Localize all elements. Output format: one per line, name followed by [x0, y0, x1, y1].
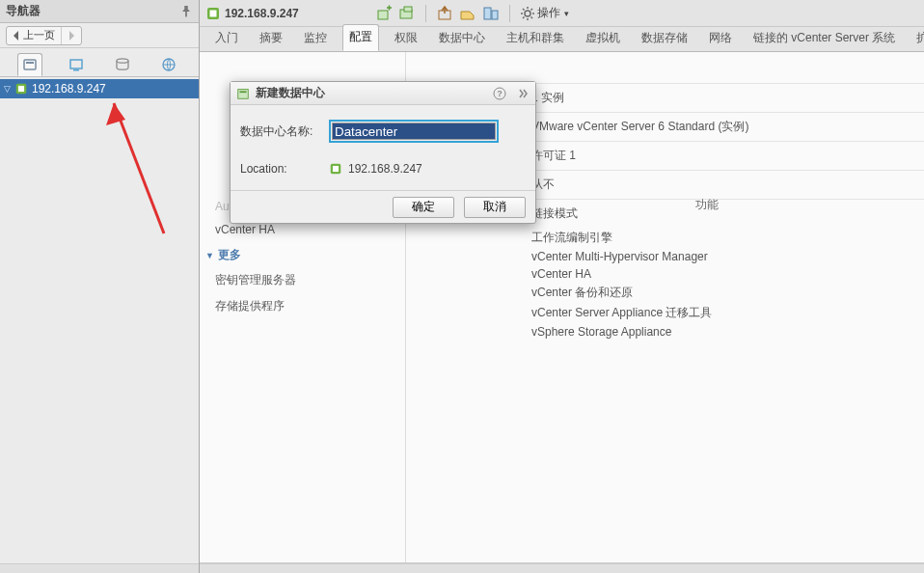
dialog-titlebar[interactable]: 新建数据中心 ? [231, 82, 535, 105]
view-tab-network[interactable] [156, 53, 181, 76]
info-row: vCenter Server Appliance 迁移工具 [528, 303, 924, 323]
toolbar-deploy-icon[interactable] [459, 5, 476, 22]
svg-text:?: ? [497, 89, 503, 98]
info-row: vCenter HA [528, 265, 924, 283]
tab-6[interactable]: 主机和群集 [501, 26, 570, 51]
new-datacenter-dialog: 新建数据中心 ? 数据中心名称: Location: 192.168.9.247… [230, 81, 536, 224]
object-address: 192.168.9.247 [225, 7, 299, 20]
dialog-title: 新建数据中心 [256, 85, 325, 101]
view-tab-storage[interactable] [110, 53, 135, 76]
pin-icon[interactable] [179, 5, 193, 18]
svg-rect-0 [24, 60, 36, 69]
navigator-footer [0, 563, 199, 573]
tab-10[interactable]: 链接的 vCenter Server 系统 [747, 26, 901, 51]
sidemenu-item-storage-providers[interactable]: 存储提供程序 [205, 293, 399, 319]
main-footer [200, 563, 924, 573]
forward-button[interactable] [62, 27, 81, 44]
info-row: 链接模式 [528, 199, 924, 228]
back-button[interactable]: 上一页 [7, 27, 62, 44]
svg-rect-2 [70, 60, 82, 68]
info-row: 工作流编制引擎 [528, 228, 924, 248]
info-row: vSphere Storage Appliance [528, 323, 924, 341]
help-icon[interactable]: ? [493, 87, 506, 100]
sidemenu-item-keys[interactable]: 密钥管理服务器 [205, 267, 399, 293]
tab-9[interactable]: 网络 [703, 26, 738, 51]
tab-11[interactable]: 扩展 [910, 26, 924, 51]
back-button-label: 上一页 [23, 28, 55, 42]
datacenter-icon [236, 87, 250, 100]
navigator-panel: 导航器 上一页 [0, 0, 200, 573]
svg-rect-14 [484, 8, 491, 19]
tab-5[interactable]: 数据中心 [433, 26, 491, 51]
svg-rect-10 [378, 11, 388, 19]
svg-rect-24 [333, 166, 339, 172]
tab-3[interactable]: 配置 [342, 24, 379, 51]
toolbar-new-dc-icon[interactable] [375, 5, 393, 22]
info-row: 许可证 1 [528, 141, 924, 170]
svg-rect-20 [240, 91, 247, 93]
svg-point-16 [525, 11, 530, 16]
toolbar-assign-icon[interactable] [482, 5, 500, 22]
ok-button[interactable]: 确定 [393, 197, 454, 218]
info-row: 1 实例 [528, 83, 924, 112]
dialog-footer: 确定 取消 [231, 190, 535, 223]
navigator-title: 导航器 [6, 3, 41, 19]
vcenter-icon [14, 82, 28, 96]
toolbar-export-icon[interactable] [436, 5, 453, 22]
tree-item-label: 192.168.9.247 [32, 82, 106, 96]
cancel-button[interactable]: 取消 [464, 197, 526, 218]
svg-rect-12 [404, 7, 412, 12]
tab-7[interactable]: 虚拟机 [580, 26, 626, 51]
sidemenu-group-more[interactable]: ▼ 更多 [205, 241, 399, 267]
svg-rect-9 [210, 10, 217, 16]
object-title: 192.168.9.247 [205, 6, 369, 21]
info-row: vCenter 备份和还原 [528, 283, 924, 303]
location-value: 192.168.9.247 [329, 162, 526, 176]
dc-name-input[interactable] [332, 123, 496, 140]
toolbar-separator [425, 5, 426, 22]
back-button-group: 上一页 [6, 26, 82, 45]
dialog-body: 数据中心名称: Location: 192.168.9.247 [231, 105, 535, 190]
navigator-back-row: 上一页 [0, 23, 199, 48]
svg-point-4 [117, 59, 128, 63]
expand-icon[interactable]: ▽ [4, 84, 11, 94]
sidemenu-group-label: 更多 [218, 247, 241, 263]
partial-label-gongneng: 功能 [695, 197, 719, 213]
toolbar-separator [509, 5, 510, 22]
svg-rect-3 [73, 69, 79, 71]
tree-item-vcenter[interactable]: ▽ 192.168.9.247 [0, 79, 199, 98]
navigator-header: 导航器 [0, 0, 199, 23]
tabs-row: 入门摘要监控配置权限数据中心主机和群集虚拟机数据存储网络链接的 vCenter … [200, 27, 924, 52]
dc-name-input-wrap [329, 120, 499, 143]
actions-dropdown[interactable]: 操作 ▾ [520, 5, 569, 21]
tab-0[interactable]: 入门 [209, 26, 244, 51]
label-location: Location: [240, 162, 329, 176]
info-row: VMware vCenter Server 6 Standard (实例) [528, 112, 924, 141]
tab-1[interactable]: 摘要 [254, 26, 288, 51]
navigator-view-tabs [0, 48, 199, 77]
main-toolbar: 192.168.9.247 操作 ▾ [200, 0, 924, 27]
navigator-tree: ▽ 192.168.9.247 [0, 77, 199, 563]
vcenter-icon [329, 162, 342, 176]
view-tab-vms[interactable] [64, 53, 89, 76]
svg-rect-15 [492, 11, 498, 19]
info-row: vCenter Multi-Hypervisor Manager [528, 248, 924, 265]
chevron-down-icon: ▼ [205, 251, 214, 260]
actions-label: 操作 [537, 5, 560, 21]
info-table: 1 实例 VMware vCenter Server 6 Standard (实… [528, 83, 924, 341]
svg-rect-7 [18, 86, 24, 92]
chevron-down-icon: ▾ [564, 9, 569, 18]
toolbar-new-folder-icon[interactable] [398, 5, 416, 22]
svg-rect-19 [238, 89, 249, 98]
tab-2[interactable]: 监控 [298, 26, 333, 51]
view-tab-hosts[interactable] [17, 53, 42, 76]
gear-icon [520, 6, 535, 21]
vcenter-icon [205, 6, 221, 21]
tab-4[interactable]: 权限 [389, 26, 423, 51]
info-row: 从不 [528, 170, 924, 199]
maximize-icon[interactable] [516, 87, 530, 100]
info-sublist: 工作流编制引擎 vCenter Multi-Hypervisor Manager… [528, 228, 924, 341]
label-dc-name: 数据中心名称: [240, 123, 329, 140]
location-text: 192.168.9.247 [348, 162, 422, 176]
tab-8[interactable]: 数据存储 [636, 26, 693, 51]
